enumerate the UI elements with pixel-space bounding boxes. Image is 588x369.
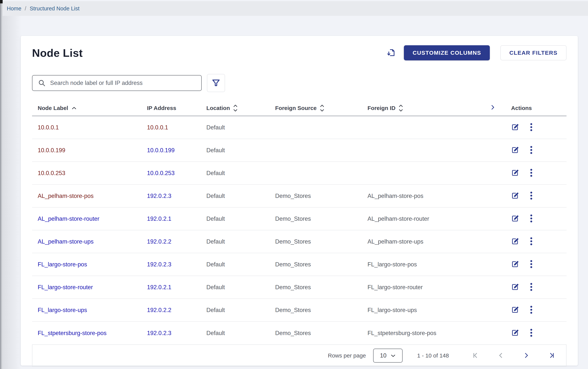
table-row: AL_pelham-store-router 192.0.2.1 Default… bbox=[32, 207, 567, 230]
location-cell: Default bbox=[206, 284, 275, 291]
column-header-location[interactable]: Location bbox=[206, 104, 275, 112]
row-menu-button[interactable] bbox=[530, 214, 533, 224]
expand-columns-icon[interactable] bbox=[490, 104, 496, 112]
ip-address-link[interactable]: 10.0.0.199 bbox=[147, 147, 175, 154]
node-label-link[interactable]: FL_largo-store-pos bbox=[38, 261, 87, 268]
edit-node-button[interactable] bbox=[511, 192, 519, 200]
node-label-link[interactable]: 10.0.0.253 bbox=[38, 170, 65, 176]
edit-node-button[interactable] bbox=[511, 123, 519, 132]
foreign-id-cell: AL_pelham-store-ups bbox=[368, 238, 490, 245]
kebab-menu-icon bbox=[530, 328, 533, 338]
first-page-button[interactable] bbox=[471, 352, 479, 359]
ip-address-link[interactable]: 192.0.2.3 bbox=[147, 330, 171, 336]
ip-address-link[interactable]: 192.0.2.1 bbox=[147, 215, 171, 222]
edit-node-button[interactable] bbox=[511, 283, 519, 291]
ip-address-link[interactable]: 192.0.2.2 bbox=[147, 307, 171, 313]
table-header-row: Node Label IP Address Location Foreign S… bbox=[32, 100, 567, 116]
node-label-link[interactable]: AL_pelham-store-router bbox=[38, 215, 99, 222]
kebab-menu-icon bbox=[530, 191, 533, 201]
edit-icon bbox=[511, 306, 519, 314]
edit-icon bbox=[511, 146, 519, 154]
next-page-button[interactable] bbox=[523, 352, 530, 359]
table-row: FL_largo-store-router 192.0.2.1 Default … bbox=[32, 276, 567, 299]
column-header-foreign-source[interactable]: Foreign Source bbox=[275, 104, 368, 112]
ip-address-link[interactable]: 10.0.0.253 bbox=[147, 170, 175, 176]
row-menu-button[interactable] bbox=[530, 123, 533, 132]
left-edge-fade bbox=[3, 16, 21, 369]
edit-node-button[interactable] bbox=[511, 169, 519, 177]
ip-address-link[interactable]: 192.0.2.3 bbox=[147, 261, 171, 268]
node-label-link[interactable]: FL_largo-store-router bbox=[38, 284, 93, 290]
breadcrumb: Home / Structured Node List bbox=[3, 1, 588, 16]
row-menu-button[interactable] bbox=[530, 282, 533, 292]
edit-node-button[interactable] bbox=[511, 215, 519, 223]
edit-icon bbox=[511, 283, 519, 291]
breadcrumb-separator: / bbox=[25, 5, 26, 12]
row-menu-button[interactable] bbox=[530, 305, 533, 315]
rows-per-page-select[interactable]: 10 bbox=[373, 349, 402, 363]
edit-node-button[interactable] bbox=[511, 260, 519, 269]
row-menu-button[interactable] bbox=[530, 191, 533, 201]
node-label-link[interactable]: AL_pelham-store-pos bbox=[38, 193, 93, 199]
table-body: 10.0.0.1 10.0.0.1 Default bbox=[32, 116, 567, 345]
chevron-down-icon bbox=[391, 352, 396, 359]
pagination-range: 1 - 10 of 148 bbox=[417, 352, 449, 359]
table-row: FL_stpetersburg-store-pos 192.0.2.3 Defa… bbox=[32, 322, 567, 345]
search-row bbox=[32, 74, 567, 92]
sort-both-icon bbox=[320, 104, 324, 112]
row-menu-button[interactable] bbox=[530, 237, 533, 246]
table-row: 10.0.0.1 10.0.0.1 Default bbox=[32, 116, 567, 139]
chevron-right-icon bbox=[523, 352, 530, 359]
previous-page-button[interactable] bbox=[497, 352, 504, 359]
kebab-menu-icon bbox=[530, 260, 533, 269]
ip-address-link[interactable]: 192.0.2.1 bbox=[147, 284, 171, 290]
foreign-id-cell: AL_pelham-store-pos bbox=[368, 193, 490, 199]
node-label-link[interactable]: FL_stpetersburg-store-pos bbox=[38, 330, 107, 336]
breadcrumb-home-link[interactable]: Home bbox=[7, 5, 21, 12]
node-table: Node Label IP Address Location Foreign S… bbox=[32, 100, 567, 345]
clear-filters-button[interactable]: CLEAR FILTERS bbox=[500, 45, 567, 60]
edit-node-button[interactable] bbox=[511, 237, 519, 246]
node-label-link[interactable]: AL_pelham-store-ups bbox=[38, 238, 93, 245]
node-label-link[interactable]: 10.0.0.1 bbox=[38, 124, 59, 131]
column-header-foreign-id[interactable]: Foreign ID bbox=[368, 104, 490, 112]
ip-address-link[interactable]: 192.0.2.2 bbox=[147, 238, 171, 245]
kebab-menu-icon bbox=[530, 237, 533, 246]
kebab-menu-icon bbox=[530, 123, 533, 132]
foreign-id-cell: FL_stpetersburg-store-pos bbox=[368, 330, 490, 337]
edit-node-button[interactable] bbox=[511, 306, 519, 314]
title-actions: CUSTOMIZE COLUMNS CLEAR FILTERS bbox=[387, 45, 567, 60]
row-menu-button[interactable] bbox=[530, 328, 533, 338]
location-cell: Default bbox=[206, 147, 275, 154]
row-menu-button[interactable] bbox=[530, 260, 533, 269]
table-row: AL_pelham-store-pos 192.0.2.3 Default De… bbox=[32, 185, 567, 207]
rows-per-page-value: 10 bbox=[380, 352, 386, 359]
edit-icon bbox=[511, 260, 519, 269]
node-label-link[interactable]: 10.0.0.199 bbox=[38, 147, 65, 154]
row-menu-button[interactable] bbox=[530, 145, 533, 155]
ip-address-link[interactable]: 10.0.0.1 bbox=[147, 124, 168, 131]
left-edge-strip bbox=[0, 0, 3, 369]
node-label-link[interactable]: FL_largo-store-ups bbox=[38, 307, 87, 313]
edit-node-button[interactable] bbox=[511, 329, 519, 337]
foreign-id-cell: FL_largo-store-router bbox=[368, 284, 490, 291]
export-button[interactable] bbox=[387, 48, 396, 58]
chevron-left-icon bbox=[497, 352, 504, 359]
column-header-node-label[interactable]: Node Label bbox=[32, 105, 147, 111]
filter-button[interactable] bbox=[207, 74, 225, 92]
edit-icon bbox=[511, 169, 519, 177]
search-input[interactable] bbox=[32, 75, 202, 91]
title-row: Node List CUSTOMIZE COLUMNS CLEAR FILTER… bbox=[32, 36, 567, 60]
edit-node-button[interactable] bbox=[511, 146, 519, 154]
column-header-ip-address[interactable]: IP Address bbox=[147, 105, 206, 111]
location-cell: Default bbox=[206, 330, 275, 337]
table-row: FL_largo-store-ups 192.0.2.2 Default Dem… bbox=[32, 299, 567, 322]
foreign-id-cell: AL_pelham-store-router bbox=[368, 215, 490, 222]
foreign-id-cell: FL_largo-store-ups bbox=[368, 307, 490, 314]
kebab-menu-icon bbox=[530, 168, 533, 178]
table-row: 10.0.0.253 10.0.0.253 Default bbox=[32, 162, 567, 185]
last-page-button[interactable] bbox=[549, 352, 556, 359]
row-menu-button[interactable] bbox=[530, 168, 533, 178]
customize-columns-button[interactable]: CUSTOMIZE COLUMNS bbox=[404, 45, 490, 60]
ip-address-link[interactable]: 192.0.2.3 bbox=[147, 193, 171, 199]
